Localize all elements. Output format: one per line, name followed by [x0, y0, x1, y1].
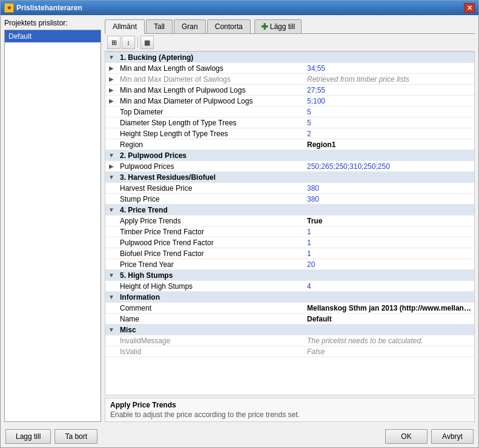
window-title: Prislistehanteraren [16, 4, 82, 12]
toolbar-view-button[interactable]: ▦ [140, 36, 154, 49]
sidebar: Projektets prislistor: Default [4, 19, 101, 422]
tab-allmant[interactable]: Allmänt [105, 19, 145, 34]
section-harvest: ▼ 3. Harvest Residues/Biofuel [105, 172, 474, 183]
section-collapse-harvest[interactable]: ▼ [105, 174, 117, 180]
section-misc: ▼ Misc [105, 324, 474, 335]
title-bar: ★ Prislistehanteraren ✕ [1, 1, 478, 15]
section-label-high-stumps: 5. High Stumps [117, 271, 305, 280]
prop-timber-trend: Timber Price Trend Factor 1 [105, 226, 474, 237]
avbryt-button[interactable]: Avbryt [431, 429, 474, 444]
section-price-trend: ▼ 4. Price Trend [105, 205, 474, 216]
prop-height-high-stumps: Height of High Stumps 4 [105, 281, 474, 292]
prop-apply-price-trends: Apply Price Trends True [105, 216, 474, 226]
prop-stump-price: Stump Price 380 [105, 194, 474, 205]
section-pulpwood: ▼ 2. Pulpwood Prices [105, 150, 474, 161]
prop-biofuel-trend: Biofuel Price Trend Factor 1 [105, 248, 474, 259]
section-collapse-misc[interactable]: ▼ [105, 326, 117, 333]
prop-comment: Comment Mellanskog Sthm jan 2013 (http:/… [105, 303, 474, 314]
expand-pulpwood-prices[interactable]: ▶ [105, 163, 117, 170]
prop-harvest-residue: Harvest Residue Price 380 [105, 183, 474, 194]
section-label-price-trend: 4. Price Trend [117, 205, 305, 215]
close-button[interactable]: ✕ [464, 3, 475, 13]
prop-min-max-diameter-pulpwood: ▶ Min and Max Diameter of Pulpwood Logs … [105, 96, 474, 107]
prop-region: Region Region1 [105, 139, 474, 150]
add-icon: ✚ [261, 22, 268, 31]
section-information: ▼ Information [105, 292, 474, 303]
sidebar-label: Projektets prislistor: [4, 19, 101, 27]
expand-min-max-diameter-sawlogs[interactable]: ▶ [105, 76, 117, 82]
sidebar-list: Default [4, 30, 101, 422]
add-tab-label: Lägg till [270, 22, 295, 31]
section-bucking: ▼ 1. Bucking (Aptering) [105, 52, 474, 63]
tab-contorta[interactable]: Contorta [207, 19, 251, 33]
main-window: ★ Prislistehanteraren ✕ Projektets prisl… [0, 0, 479, 448]
section-collapse-pulpwood[interactable]: ▼ [105, 152, 117, 159]
bottom-bar: Lagg till Ta bort OK Avbryt [1, 426, 478, 447]
bottom-left-buttons: Lagg till Ta bort [5, 429, 97, 444]
toolbar-sort-button[interactable]: ↕ [122, 36, 135, 49]
expand-min-max-length-sawlogs[interactable]: ▶ [105, 65, 117, 71]
toolbar-separator [137, 37, 138, 48]
prop-name: Name Default [105, 314, 474, 324]
section-high-stumps: ▼ 5. High Stumps [105, 270, 474, 281]
bottom-right-buttons: OK Avbryt [385, 429, 474, 444]
content-area: Projektets prislistor: Default Allmänt T… [1, 15, 478, 426]
add-tab-button[interactable]: ✚ Lägg till [254, 19, 302, 33]
prop-pulpwood-prices: ▶ Pulpwood Prices 250;265;250;310;250;25… [105, 161, 474, 172]
section-label-pulpwood: 2. Pulpwood Prices [117, 151, 305, 160]
section-value-bucking [305, 57, 474, 58]
prop-diameter-step: Diameter Step Length of Type Trees 5 [105, 117, 474, 128]
expand-min-max-diameter-pulpwood[interactable]: ▶ [105, 97, 117, 104]
tab-bar: Allmänt Tall Gran Contorta ✚ Lägg till [105, 19, 475, 34]
lagg-till-button[interactable]: Lagg till [5, 429, 51, 444]
info-panel: Apply Price Trends Enable to adjust the … [105, 398, 475, 422]
expand-min-max-length-pulpwood[interactable]: ▶ [105, 87, 117, 93]
tab-tall[interactable]: Tall [146, 19, 173, 33]
main-panel: Allmänt Tall Gran Contorta ✚ Lägg till ⊞… [105, 19, 475, 422]
section-label-misc: Misc [117, 325, 305, 335]
prop-top-diameter: Top Diameter 5 [105, 107, 474, 117]
prop-min-max-length-sawlogs: ▶ Min and Max Length of Sawlogs 34;55 [105, 63, 474, 74]
title-bar-left: ★ Prislistehanteraren [4, 3, 82, 13]
section-collapse-high-stumps[interactable]: ▼ [105, 272, 117, 278]
tab-gran[interactable]: Gran [174, 19, 206, 33]
ta-bort-button[interactable]: Ta bort [55, 429, 97, 444]
prop-price-trend-year: Price Trend Year 20 [105, 259, 474, 270]
toolbar: ⊞ ↕ ▦ [105, 34, 475, 51]
prop-min-max-length-pulpwood: ▶ Min and Max Length of Pulpwood Logs 27… [105, 85, 474, 96]
prop-is-valid: IsValid False [105, 346, 474, 357]
prop-min-max-diameter-sawlogs: ▶ Min and Max Diameter of Sawlogs Retrie… [105, 74, 474, 85]
prop-height-step: Height Step Length of Type Trees 2 [105, 128, 474, 139]
app-icon: ★ [4, 3, 14, 13]
toolbar-grid-button[interactable]: ⊞ [107, 36, 121, 49]
section-label-harvest: 3. Harvest Residues/Biofuel [117, 173, 305, 182]
section-label-information: Information [117, 292, 305, 302]
prop-pulpwood-trend: Pulpwood Price Trend Factor 1 [105, 237, 474, 248]
info-text: Enable to adjust the price according to … [110, 410, 469, 419]
section-collapse-information[interactable]: ▼ [105, 294, 117, 300]
ok-button[interactable]: OK [385, 429, 428, 444]
section-collapse-bucking[interactable]: ▼ [105, 54, 117, 61]
sidebar-item-default[interactable]: Default [5, 30, 101, 42]
property-panel: ▼ 1. Bucking (Aptering) ▶ Min and Max Le… [105, 51, 475, 395]
info-title: Apply Price Trends [110, 401, 469, 409]
prop-invalid-message: InvalidMessage The pricelist needs to be… [105, 335, 474, 346]
section-collapse-price-trend[interactable]: ▼ [105, 206, 117, 213]
section-label-bucking: 1. Bucking (Aptering) [117, 53, 305, 62]
